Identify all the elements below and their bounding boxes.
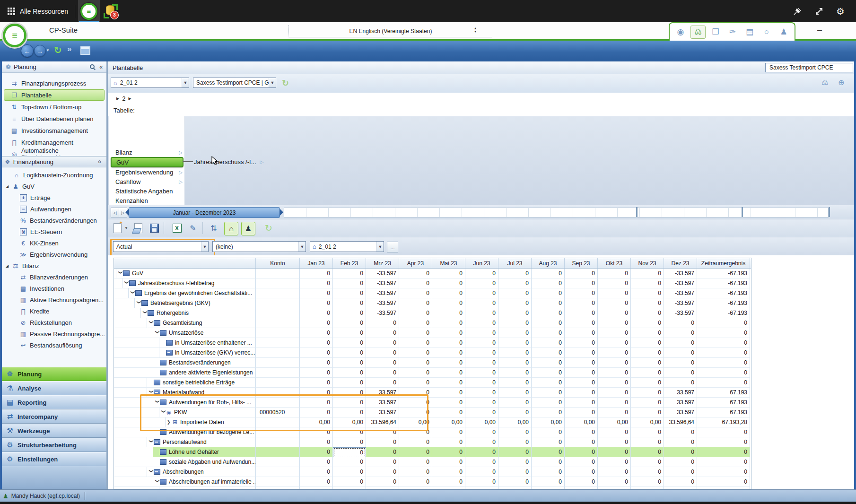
value-cell[interactable]: 0 <box>333 437 366 447</box>
value-cell[interactable]: 0 <box>532 298 565 308</box>
row-label-cell[interactable]: Bestandsveränderungen <box>114 358 256 368</box>
value-cell[interactable]: 0 <box>399 269 432 278</box>
value-cell[interactable]: 0 <box>465 328 498 338</box>
value-cell[interactable]: 0 <box>631 378 664 388</box>
value-cell[interactable]: 0 <box>399 408 432 417</box>
value-cell[interactable]: 0 <box>300 278 333 288</box>
expander-icon[interactable]: ◢ <box>6 264 10 268</box>
value-cell[interactable]: 0 <box>598 318 631 328</box>
value-cell[interactable]: 0 <box>631 447 664 457</box>
value-cell[interactable]: 0 <box>465 358 498 368</box>
konto-cell[interactable] <box>256 288 300 298</box>
value-cell[interactable]: 0 <box>631 467 664 477</box>
value-cell[interactable]: 33.596,64 <box>366 417 399 427</box>
value-cell[interactable]: 0 <box>598 308 631 318</box>
total-cell[interactable]: -67.193 <box>697 298 750 308</box>
value-cell[interactable]: 33.597 <box>366 408 399 417</box>
konto-cell[interactable] <box>256 308 300 318</box>
value-cell[interactable]: 0 <box>565 477 598 487</box>
value-cell[interactable]: 0 <box>465 288 498 298</box>
value-cell[interactable]: 0 <box>432 348 465 358</box>
value-cell[interactable]: 0 <box>333 338 366 348</box>
value-cell[interactable]: 0 <box>399 338 432 348</box>
structure-dropdown[interactable]: ⌂ 2_01 2 ▼ <box>111 78 189 88</box>
value-cell[interactable]: 0 <box>300 318 333 328</box>
sidebar-tree-item-rückstellungen[interactable]: ⊘Rückstellungen <box>2 317 106 328</box>
value-cell[interactable]: 0 <box>366 447 399 457</box>
value-cell[interactable]: 0 <box>565 447 598 457</box>
value-cell[interactable]: 0 <box>300 447 333 457</box>
value-cell[interactable]: 0,00 <box>333 417 366 427</box>
value-cell[interactable]: 0 <box>565 308 598 318</box>
value-cell[interactable]: 0 <box>432 288 465 298</box>
value-cell[interactable]: -33.597 <box>366 278 399 288</box>
value-cell[interactable]: 33.597 <box>664 408 697 417</box>
value-cell[interactable]: 0 <box>664 328 697 338</box>
value-cell[interactable]: 0 <box>565 427 598 437</box>
row-label-cell[interactable]: ❯Ergebnis der gewöhnlichen Geschäftstäti… <box>114 288 256 298</box>
value-cell[interactable]: 0 <box>333 477 366 487</box>
value-cell[interactable]: 0 <box>333 427 366 437</box>
value-cell[interactable]: 0 <box>532 427 565 437</box>
value-cell[interactable]: 0 <box>333 328 366 338</box>
taskbar-cpsuite-tile[interactable]: ≡ <box>78 0 100 22</box>
value-cell[interactable]: 0 <box>399 437 432 447</box>
konto-cell[interactable] <box>256 328 300 338</box>
sidebar-item-top-down-bottom-up[interactable]: ⇅Top-down / Bottom-up <box>4 101 105 113</box>
value-cell[interactable]: 0 <box>399 308 432 318</box>
expander-icon[interactable]: ❯ <box>167 420 172 425</box>
value-cell[interactable]: 0 <box>399 378 432 388</box>
mapping-dropdown[interactable]: (keine) ▼ <box>212 241 306 252</box>
value-cell[interactable]: 0 <box>465 457 498 467</box>
value-cell[interactable]: -33.597 <box>664 278 697 288</box>
menu-item-kennzahlen[interactable]: Kennzahlen <box>109 196 184 205</box>
value-cell[interactable]: 0 <box>532 308 565 318</box>
value-cell[interactable]: 0 <box>432 447 465 457</box>
period-track[interactable] <box>284 208 829 217</box>
value-cell[interactable]: 0 <box>300 427 333 437</box>
sidebar-tree-item-bestandsauflösung[interactable]: ↩Bestandsauflösung <box>2 339 106 351</box>
konto-cell[interactable] <box>256 417 300 427</box>
value-cell[interactable]: 0 <box>300 408 333 417</box>
sidebar-item-plantabelle[interactable]: ❐Plantabelle <box>4 89 105 101</box>
open-button[interactable] <box>131 222 145 235</box>
value-cell[interactable]: -33.597 <box>664 308 697 318</box>
value-cell[interactable]: 0,00 <box>498 417 532 427</box>
scales-icon[interactable]: ⚖ <box>821 78 828 87</box>
total-cell[interactable]: -67.193 <box>697 269 750 278</box>
value-cell[interactable]: 0 <box>532 278 565 288</box>
konto-cell[interactable] <box>256 477 300 487</box>
value-cell[interactable]: 0 <box>366 318 399 328</box>
value-cell[interactable]: 0,00 <box>465 417 498 427</box>
refresh-icon[interactable]: ↻ <box>54 44 62 56</box>
value-cell[interactable]: 0 <box>366 467 399 477</box>
value-cell[interactable]: 0 <box>432 298 465 308</box>
value-cell[interactable]: 0 <box>300 308 333 318</box>
value-cell[interactable]: 0 <box>631 298 664 308</box>
total-cell[interactable]: 67.193 <box>697 388 750 398</box>
refresh-icon[interactable]: ↻ <box>262 222 275 235</box>
value-cell[interactable]: 0 <box>498 457 532 467</box>
value-cell[interactable]: 0 <box>532 467 565 477</box>
value-cell[interactable]: 0 <box>432 278 465 288</box>
value-cell[interactable]: 0 <box>432 477 465 487</box>
value-cell[interactable]: 0 <box>532 388 565 398</box>
row-label-cell[interactable]: ❯Gesamtleistung <box>114 318 256 328</box>
expander-icon[interactable]: ❯ <box>155 479 160 485</box>
taskbar-label[interactable]: Alle Ressourcen <box>20 8 68 15</box>
value-cell[interactable]: 0 <box>532 368 565 378</box>
value-cell[interactable]: 0 <box>498 328 532 338</box>
konto-cell[interactable] <box>256 427 300 437</box>
value-cell[interactable]: 0 <box>565 408 598 417</box>
value-cell[interactable]: 0 <box>333 358 366 368</box>
value-cell[interactable]: 33.597 <box>664 398 697 408</box>
value-cell[interactable]: 0 <box>598 288 631 298</box>
value-cell[interactable]: 0 <box>366 437 399 447</box>
menu-item-bilanz[interactable]: Bilanz▷ <box>109 148 184 157</box>
total-cell[interactable]: 0 <box>697 457 750 467</box>
total-cell[interactable]: -67.193 <box>697 288 750 298</box>
total-cell[interactable]: 0 <box>697 358 750 368</box>
value-cell[interactable]: 0 <box>565 338 598 348</box>
value-cell[interactable]: 0 <box>498 427 532 437</box>
value-cell[interactable]: 0 <box>565 368 598 378</box>
